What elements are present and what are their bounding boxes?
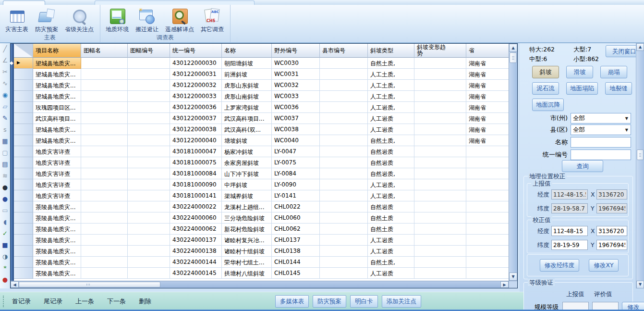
cell-野外编号[interactable]: WC0037 <box>272 113 320 124</box>
row-selector[interactable] <box>14 257 33 268</box>
cell-统一编号[interactable]: 430224000060 <box>170 212 222 224</box>
cell-图幅名[interactable] <box>81 168 128 179</box>
cell-县市编号[interactable] <box>320 179 368 190</box>
query-button[interactable]: 查询 <box>562 160 603 172</box>
cell-统一编号[interactable]: 430224000022 <box>170 201 222 212</box>
cell-省[interactable] <box>466 157 509 168</box>
protractor-icon[interactable]: ∠ <box>1 55 10 67</box>
cell-图幅编号[interactable] <box>128 246 170 257</box>
cell-项目名称[interactable]: 地质灾害详查 <box>33 157 81 168</box>
grid-horizontal-scrollbar[interactable]: ◀ ▶ <box>11 281 509 288</box>
cell-省[interactable]: 湖南省 <box>466 91 509 102</box>
type-button-崩塌[interactable]: 崩塌 <box>600 66 627 78</box>
row-selector[interactable] <box>14 91 33 102</box>
cell-斜坡变形趋势[interactable] <box>414 80 466 91</box>
cell-统一编号[interactable]: 430181000047 <box>170 146 222 157</box>
disaster-main-table-button[interactable]: 灾害主表 <box>2 6 32 33</box>
cell-斜坡类型[interactable]: 人工岩质 <box>368 268 414 279</box>
cell-省[interactable] <box>466 235 509 246</box>
unified-code-input[interactable] <box>571 149 631 160</box>
cell-统一编号[interactable]: 430224000138 <box>170 246 222 257</box>
cell-项目名称[interactable]: 望城县地质灾... <box>33 80 81 91</box>
cell-项目名称[interactable]: 茶陵县地质灾... <box>33 257 81 268</box>
half-circle-icon[interactable]: ◑ <box>1 251 10 263</box>
cell-图幅编号[interactable] <box>128 135 170 146</box>
cell-野外编号[interactable]: LY-0084 <box>272 168 320 179</box>
scroll-right-arrow[interactable]: ▶ <box>500 281 509 288</box>
cell-统一编号[interactable]: 430122000036 <box>170 102 222 113</box>
table-row[interactable]: 望城县地质灾...430122000038武汉高科(双...WC0038人工岩质… <box>14 124 509 135</box>
row-selector[interactable] <box>14 235 33 246</box>
column-header-2[interactable]: 图幅编号 <box>128 44 170 58</box>
dark-globe-icon[interactable]: ● <box>1 182 10 194</box>
blue-square-icon[interactable]: ■ <box>1 240 10 251</box>
cell-图幅编号[interactable] <box>128 124 170 135</box>
cell-图幅名[interactable] <box>81 157 128 168</box>
cell-野外编号[interactable]: CHL0144 <box>272 257 320 268</box>
table-row[interactable]: ▶望城县地质灾...430122000030朝阳塘斜坡WC0030自然土质,湖南… <box>14 58 509 69</box>
table-row[interactable]: 地质灾害详查430181000047杨家冲斜坡LY-0047自然岩质 <box>14 146 509 157</box>
cell-图幅名[interactable] <box>81 102 128 113</box>
row-selector[interactable]: ▶ <box>14 58 33 69</box>
cell-省[interactable] <box>466 190 509 201</box>
cell-斜坡类型[interactable]: 人工土质, <box>368 91 414 102</box>
cell-县市编号[interactable] <box>320 157 368 168</box>
blank-page-icon[interactable]: ▢ <box>1 148 10 159</box>
row-selector[interactable] <box>14 179 33 190</box>
spring-icon[interactable]: ≋ <box>1 171 10 182</box>
audio-icon[interactable]: ◖ <box>1 217 10 228</box>
cell-县市编号[interactable] <box>320 58 368 69</box>
county-select[interactable]: 全部▼ <box>571 124 631 135</box>
column-header-7[interactable]: 斜坡类型 <box>368 44 414 58</box>
cell-斜坡类型[interactable]: 自然岩质, <box>368 168 414 179</box>
cell-野外编号[interactable]: WC0031 <box>272 69 320 80</box>
cell-名称[interactable]: 塘坡斜坡 <box>222 135 272 146</box>
cell-图幅名[interactable] <box>81 80 128 91</box>
cell-名称[interactable]: 荣华村七组土... <box>222 257 272 268</box>
cell-图幅编号[interactable] <box>128 58 170 69</box>
cell-项目名称[interactable]: 茶陵县地质灾... <box>33 246 81 257</box>
cell-图幅名[interactable] <box>81 212 128 224</box>
tab-fragment-left[interactable] <box>3 0 45 5</box>
record-icon[interactable]: ● <box>1 274 10 286</box>
action-button-防灾预案[interactable]: 防灾预案 <box>313 295 346 308</box>
cell-省[interactable] <box>466 179 509 190</box>
city-select[interactable]: 全部▼ <box>571 113 631 124</box>
cell-图幅名[interactable] <box>81 224 128 235</box>
cell-野外编号[interactable]: CHL0137 <box>272 235 320 246</box>
remote-sensing-points-button[interactable]: 遥感解译点 <box>162 6 197 33</box>
ruler-icon[interactable]: ╱ <box>1 44 10 55</box>
cell-统一编号[interactable]: 430181000141 <box>170 190 222 201</box>
cell-省[interactable] <box>466 257 509 268</box>
cell-统一编号[interactable]: 430224000137 <box>170 235 222 246</box>
cell-项目名称[interactable]: 玫瑰园项目区... <box>33 102 81 113</box>
cell-图幅名[interactable] <box>81 235 128 246</box>
column-header-4[interactable]: 名称 <box>222 44 272 58</box>
cell-项目名称[interactable]: 茶陵县地质灾... <box>33 201 81 212</box>
cell-县市编号[interactable] <box>320 113 368 124</box>
cell-项目名称[interactable]: 望城县地质灾... <box>33 124 81 135</box>
grid-corner-cell[interactable] <box>14 44 33 58</box>
cell-斜坡类型[interactable]: 人工岩质 <box>368 124 414 135</box>
cell-图幅编号[interactable] <box>128 146 170 157</box>
cell-图幅编号[interactable] <box>128 235 170 246</box>
table-row[interactable]: 茶陵县地质灾...430224000138诸睦村十组斜坡CHL0138人工岩质 <box>14 246 509 257</box>
cell-项目名称[interactable]: 武汉高科项目... <box>33 113 81 124</box>
cell-省[interactable]: 湖南省 <box>466 102 509 113</box>
cell-省[interactable] <box>466 212 509 224</box>
nav-下一条[interactable]: 下一条 <box>107 297 126 306</box>
table-row[interactable]: 玫瑰园项目区...430122000036上罗家湾斜坡WC0036人工岩质,湖南… <box>14 102 509 113</box>
cell-统一编号[interactable]: 430181000090 <box>170 179 222 190</box>
table-row[interactable]: 茶陵县地质灾...430224000060三分场危险斜坡CHL0060自然土质 <box>14 212 509 224</box>
cell-项目名称[interactable]: 茶陵县地质灾... <box>33 268 81 279</box>
panel-scroll-thumb[interactable] <box>637 149 644 160</box>
table-row[interactable]: 地质灾害详查430181000090中坪斜坡LY-0090人工岩质, <box>14 179 509 190</box>
row-selector[interactable] <box>14 102 33 113</box>
type-button-地裂缝[interactable]: 地裂缝 <box>605 82 632 95</box>
cell-图幅编号[interactable] <box>128 69 170 80</box>
cell-名称[interactable]: 三分场危险斜坡 <box>222 212 272 224</box>
cell-图幅名[interactable] <box>81 268 128 279</box>
cell-图幅名[interactable] <box>81 58 128 69</box>
close-window-button[interactable]: 关闭窗口 <box>606 45 637 57</box>
cell-项目名称[interactable]: 地质灾害详查 <box>33 190 81 201</box>
